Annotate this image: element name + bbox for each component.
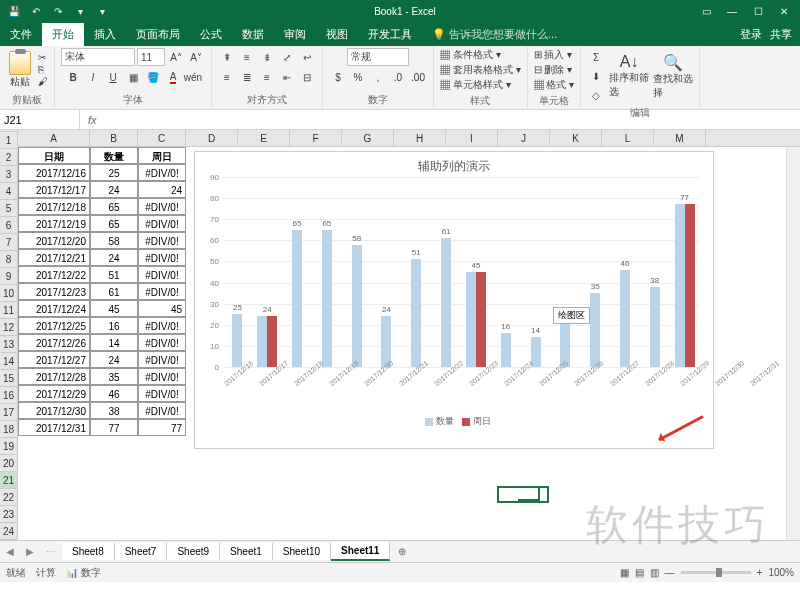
cut-icon[interactable]: ✂: [38, 52, 48, 63]
zoom-in-icon[interactable]: +: [757, 567, 763, 578]
embedded-chart[interactable]: 辅助列的演示 0102030405060708090 2524656558245…: [194, 151, 714, 449]
cell-A3[interactable]: 2017/12/17: [18, 181, 90, 198]
tab-视图[interactable]: 视图: [316, 23, 358, 46]
view-normal-icon[interactable]: ▦: [620, 567, 629, 578]
cell-C10[interactable]: 45: [138, 300, 186, 317]
align-right-icon[interactable]: ≡: [258, 68, 276, 86]
cell-A2[interactable]: 2017/12/16: [18, 164, 90, 181]
tab-数据[interactable]: 数据: [232, 23, 274, 46]
align-center-icon[interactable]: ≣: [238, 68, 256, 86]
row-header-4[interactable]: 4: [0, 183, 17, 200]
share-button[interactable]: 共享: [770, 27, 792, 42]
sheet-nav-next-icon[interactable]: ▶: [20, 546, 40, 557]
row-header-19[interactable]: 19: [0, 438, 17, 455]
cell-B13[interactable]: 24: [90, 351, 138, 368]
cell-B10[interactable]: 45: [90, 300, 138, 317]
cell-A8[interactable]: 2017/12/22: [18, 266, 90, 283]
cell-B8[interactable]: 51: [90, 266, 138, 283]
minimize-icon[interactable]: —: [720, 6, 744, 17]
cell-C9[interactable]: #DIV/0!: [138, 283, 186, 300]
cell-C4[interactable]: #DIV/0!: [138, 198, 186, 215]
cell-C5[interactable]: #DIV/0!: [138, 215, 186, 232]
cell-B12[interactable]: 14: [90, 334, 138, 351]
merge-icon[interactable]: ⊟: [298, 68, 316, 86]
col-header-I[interactable]: I: [446, 130, 498, 146]
cell-A9[interactable]: 2017/12/23: [18, 283, 90, 300]
maximize-icon[interactable]: ☐: [746, 6, 770, 17]
name-box[interactable]: J21: [0, 110, 80, 129]
row-header-5[interactable]: 5: [0, 200, 17, 217]
ribbon-options-icon[interactable]: ▭: [694, 6, 718, 17]
col-header-B[interactable]: B: [90, 130, 138, 146]
row-header-14[interactable]: 14: [0, 353, 17, 370]
sheet-tab-Sheet1[interactable]: Sheet1: [220, 543, 273, 560]
col-header-G[interactable]: G: [342, 130, 394, 146]
cell-B3[interactable]: 24: [90, 181, 138, 198]
row-header-3[interactable]: 3: [0, 166, 17, 183]
cell-C15[interactable]: #DIV/0!: [138, 385, 186, 402]
col-header-H[interactable]: H: [394, 130, 446, 146]
cell-B17[interactable]: 77: [90, 419, 138, 436]
row-header-21[interactable]: 21: [0, 472, 17, 489]
number-format-combo[interactable]: 常规: [347, 48, 409, 66]
align-left-icon[interactable]: ≡: [218, 68, 236, 86]
sheet-tab-Sheet7[interactable]: Sheet7: [115, 543, 168, 560]
format-painter-icon[interactable]: 🖌: [38, 76, 48, 87]
row-header-23[interactable]: 23: [0, 506, 17, 523]
cell-A6[interactable]: 2017/12/20: [18, 232, 90, 249]
cell-A11[interactable]: 2017/12/25: [18, 317, 90, 334]
view-break-icon[interactable]: ▥: [650, 567, 659, 578]
cell-B11[interactable]: 16: [90, 317, 138, 334]
cell-A12[interactable]: 2017/12/26: [18, 334, 90, 351]
row-header-24[interactable]: 24: [0, 523, 17, 540]
cell-A13[interactable]: 2017/12/27: [18, 351, 90, 368]
row-header-22[interactable]: 22: [0, 489, 17, 506]
border-icon[interactable]: ▦: [124, 68, 142, 86]
view-page-icon[interactable]: ▤: [635, 567, 644, 578]
cell-C2[interactable]: #DIV/0!: [138, 164, 186, 181]
col-header-M[interactable]: M: [654, 130, 706, 146]
row-header-9[interactable]: 9: [0, 268, 17, 285]
find-select-button[interactable]: 🔍查找和选择: [653, 53, 693, 100]
sheet-tab-Sheet10[interactable]: Sheet10: [273, 543, 331, 560]
col-header-C[interactable]: C: [138, 130, 186, 146]
currency-icon[interactable]: $: [329, 68, 347, 86]
col-header-E[interactable]: E: [238, 130, 290, 146]
conditional-format-button[interactable]: ▦ 条件格式 ▾: [440, 48, 501, 62]
cell-C6[interactable]: #DIV/0!: [138, 232, 186, 249]
cell-C17[interactable]: 77: [138, 419, 186, 436]
cell-B4[interactable]: 65: [90, 198, 138, 215]
increase-font-icon[interactable]: A˄: [167, 48, 185, 66]
orientation-icon[interactable]: ⤢: [278, 48, 296, 66]
wrap-text-icon[interactable]: ↩: [298, 48, 316, 66]
row-header-2[interactable]: 2: [0, 149, 17, 166]
cell-C14[interactable]: #DIV/0!: [138, 368, 186, 385]
undo-icon[interactable]: ↶: [26, 2, 46, 20]
underline-button[interactable]: U: [104, 68, 122, 86]
row-header-7[interactable]: 7: [0, 234, 17, 251]
cell-B6[interactable]: 58: [90, 232, 138, 249]
row-header-11[interactable]: 11: [0, 302, 17, 319]
zoom-level[interactable]: 100%: [768, 567, 794, 578]
cell-A7[interactable]: 2017/12/21: [18, 249, 90, 266]
cell-B7[interactable]: 24: [90, 249, 138, 266]
qat-icon[interactable]: ▾: [92, 2, 112, 20]
tab-插入[interactable]: 插入: [84, 23, 126, 46]
row-header-6[interactable]: 6: [0, 217, 17, 234]
cell-B9[interactable]: 61: [90, 283, 138, 300]
font-name-combo[interactable]: 宋体: [61, 48, 135, 66]
bold-button[interactable]: B: [64, 68, 82, 86]
cell-C8[interactable]: #DIV/0!: [138, 266, 186, 283]
row-header-8[interactable]: 8: [0, 251, 17, 268]
inc-decimal-icon[interactable]: .0: [389, 68, 407, 86]
tab-审阅[interactable]: 审阅: [274, 23, 316, 46]
row-header-12[interactable]: 12: [0, 319, 17, 336]
comma-icon[interactable]: ,: [369, 68, 387, 86]
paste-button[interactable]: 粘贴: [6, 51, 34, 89]
insert-cells-button[interactable]: ⊞ 插入 ▾: [534, 48, 573, 62]
cell-B1[interactable]: 数量: [90, 147, 138, 164]
cell-C12[interactable]: #DIV/0!: [138, 334, 186, 351]
tab-file[interactable]: 文件: [0, 23, 42, 46]
row-header-18[interactable]: 18: [0, 421, 17, 438]
col-header-J[interactable]: J: [498, 130, 550, 146]
